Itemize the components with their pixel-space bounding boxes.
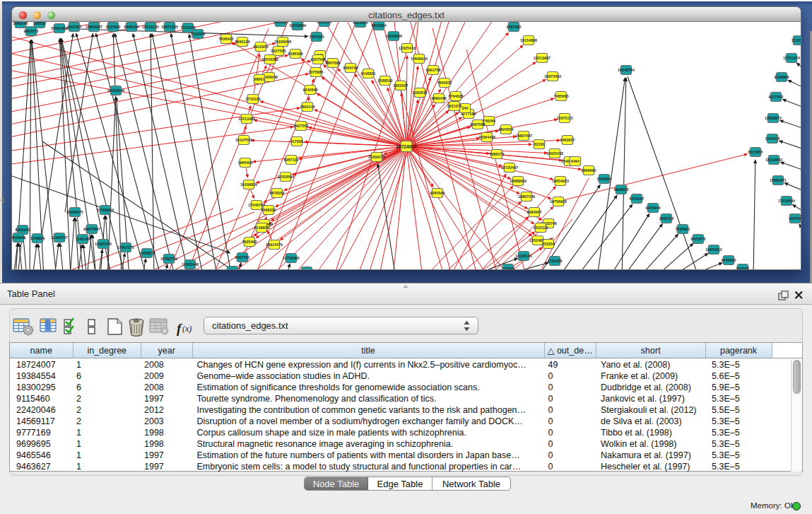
svg-text:9146821: 9146821	[361, 71, 376, 76]
svg-text:7638422: 7638422	[219, 37, 234, 41]
svg-text:1965495: 1965495	[238, 160, 253, 165]
svg-text:8660124: 8660124	[235, 40, 250, 44]
svg-text:1640954: 1640954	[597, 177, 612, 181]
svg-text:9463627: 9463627	[560, 138, 575, 142]
svg-text:25300275: 25300275	[368, 155, 385, 159]
svg-text:18724007: 18724007	[396, 144, 417, 149]
svg-text:7485063: 7485063	[554, 94, 569, 98]
svg-text:116753: 116753	[789, 216, 801, 221]
svg-text:f: f	[177, 321, 182, 336]
svg-text:1603380: 1603380	[273, 22, 288, 24]
svg-text:15226058: 15226058	[274, 40, 291, 44]
svg-text:19654923: 19654923	[552, 179, 569, 183]
svg-text:9284594: 9284594	[430, 191, 445, 195]
svg-text:7625402: 7625402	[242, 240, 257, 244]
svg-text:8813054: 8813054	[372, 23, 387, 28]
svg-text:8454749: 8454749	[343, 66, 358, 70]
svg-text:4498222: 4498222	[261, 208, 276, 212]
svg-text:9129966: 9129966	[775, 75, 789, 79]
svg-text:12342757: 12342757	[51, 235, 68, 240]
svg-text:13325419: 13325419	[399, 46, 416, 50]
svg-text:16210643: 16210643	[765, 158, 782, 162]
svg-text:9084067: 9084067	[527, 210, 542, 214]
svg-text:(x): (x)	[182, 324, 192, 334]
svg-text:1362615: 1362615	[413, 90, 428, 95]
svg-text:17046798: 17046798	[248, 203, 265, 207]
svg-text:10653267: 10653267	[86, 25, 102, 29]
svg-text:9227342: 9227342	[769, 95, 784, 99]
svg-text:1733426: 1733426	[548, 259, 563, 263]
svg-text:8186328: 8186328	[288, 52, 303, 56]
svg-text:1615112: 1615112	[534, 226, 548, 230]
svg-text:98901: 98901	[254, 77, 265, 81]
svg-text:3375685: 3375685	[309, 70, 324, 74]
svg-text:15692971: 15692971	[770, 178, 787, 182]
svg-text:924565: 924565	[736, 267, 749, 270]
svg-text:1112345: 1112345	[792, 38, 801, 42]
svg-text:252254: 252254	[542, 242, 555, 246]
svg-text:10719135: 10719135	[142, 25, 159, 29]
svg-text:117006: 117006	[290, 139, 303, 144]
svg-text:16671355: 16671355	[161, 25, 178, 29]
svg-text:6497568: 6497568	[471, 122, 486, 127]
svg-text:9899695: 9899695	[582, 168, 596, 173]
svg-text:62160: 62160	[534, 142, 545, 146]
svg-text:10654112: 10654112	[705, 247, 722, 252]
svg-text:6479197: 6479197	[630, 197, 645, 201]
svg-text:3915941: 3915941	[12, 235, 26, 240]
svg-text:2687682: 2687682	[507, 25, 522, 29]
svg-text:7515526: 7515526	[181, 25, 196, 30]
svg-text:15716485: 15716485	[283, 256, 300, 260]
svg-text:945779: 945779	[226, 269, 239, 270]
svg-text:12213967: 12213967	[534, 56, 551, 60]
svg-text:12353594: 12353594	[277, 175, 294, 179]
svg-text:9242848: 9242848	[303, 88, 318, 92]
svg-text:2588520: 2588520	[378, 78, 393, 83]
svg-text:9245652: 9245652	[722, 258, 736, 262]
svg-text:8427552: 8427552	[294, 124, 309, 128]
svg-text:8267110: 8267110	[284, 158, 299, 162]
svg-text:17016504: 17016504	[778, 199, 795, 203]
svg-text:2803144: 2803144	[300, 105, 315, 109]
svg-text:12975115: 12975115	[556, 116, 573, 120]
svg-text:14136141: 14136141	[515, 254, 532, 258]
svg-text:8813054: 8813054	[317, 22, 332, 24]
svg-text:20691406: 20691406	[51, 26, 68, 30]
svg-text:10025438: 10025438	[546, 151, 563, 156]
svg-text:6961758: 6961758	[426, 68, 441, 72]
svg-text:1145194: 1145194	[76, 237, 90, 241]
svg-text:20206575: 20206575	[66, 210, 83, 214]
svg-text:20364436: 20364436	[478, 135, 495, 139]
svg-text:17957275: 17957275	[117, 245, 134, 250]
svg-text:9405572: 9405572	[24, 29, 39, 33]
svg-text:7632621: 7632621	[676, 227, 690, 231]
svg-text:8813054: 8813054	[353, 22, 368, 25]
svg-text:10973493: 10973493	[544, 74, 561, 78]
svg-text:9327505: 9327505	[271, 49, 286, 53]
svg-text:10807487: 10807487	[515, 134, 532, 138]
svg-text:9474444: 9474444	[646, 206, 661, 210]
svg-text:2935114: 2935114	[659, 216, 674, 221]
svg-text:173342: 173342	[502, 267, 514, 270]
svg-text:99975867: 99975867	[83, 227, 100, 231]
svg-text:16914479: 16914479	[266, 243, 283, 247]
svg-text:6464: 6464	[571, 159, 579, 163]
svg-text:7357224: 7357224	[310, 35, 324, 39]
svg-text:19218506: 19218506	[385, 34, 402, 38]
svg-text:16782759: 16782759	[160, 257, 177, 261]
svg-text:16543382: 16543382	[261, 57, 278, 62]
svg-text:7955812: 7955812	[437, 81, 452, 85]
svg-text:8471676: 8471676	[691, 237, 706, 241]
svg-text:15751074: 15751074	[783, 56, 800, 60]
svg-text:8350061: 8350061	[16, 228, 30, 232]
svg-text:8938923: 8938923	[614, 187, 629, 192]
svg-text:7515526: 7515526	[191, 32, 206, 36]
svg-text:8215955: 8215955	[748, 150, 763, 154]
svg-text:16648764: 16648764	[618, 68, 635, 72]
svg-text:12213389: 12213389	[238, 117, 255, 121]
svg-text:10107553: 10107553	[235, 138, 252, 142]
svg-text:6794028: 6794028	[449, 94, 464, 98]
svg-text:15720407: 15720407	[501, 165, 518, 170]
svg-text:18807249: 18807249	[518, 194, 535, 199]
svg-text:8912954: 8912954	[254, 45, 269, 49]
